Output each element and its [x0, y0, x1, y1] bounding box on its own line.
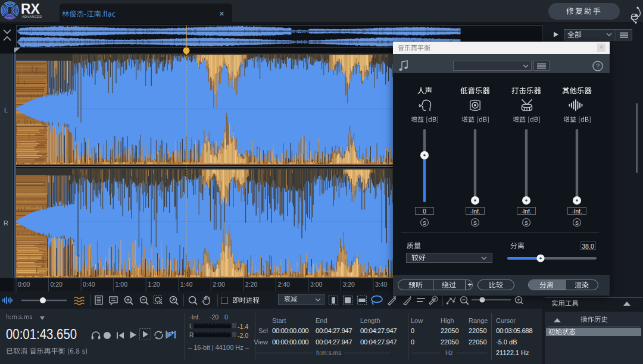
svg-text:0:20: 0:20 — [51, 281, 63, 288]
svg-text:2:00: 2:00 — [213, 281, 225, 288]
svg-text:?: ? — [596, 62, 600, 70]
svg-text:3:00: 3:00 — [310, 281, 323, 288]
svg-text:1:20: 1:20 — [148, 281, 160, 288]
svg-text:0:40: 0:40 — [83, 281, 95, 288]
svg-text:2:40: 2:40 — [277, 281, 290, 288]
svg-text:3:20: 3:20 — [343, 281, 355, 288]
svg-text:2:20: 2:20 — [245, 281, 258, 288]
svg-text:3:40: 3:40 — [375, 281, 388, 288]
svg-text:1:00: 1:00 — [116, 281, 128, 288]
svg-text:0:00: 0:00 — [18, 281, 30, 288]
svg-text:1:40: 1:40 — [180, 281, 193, 288]
